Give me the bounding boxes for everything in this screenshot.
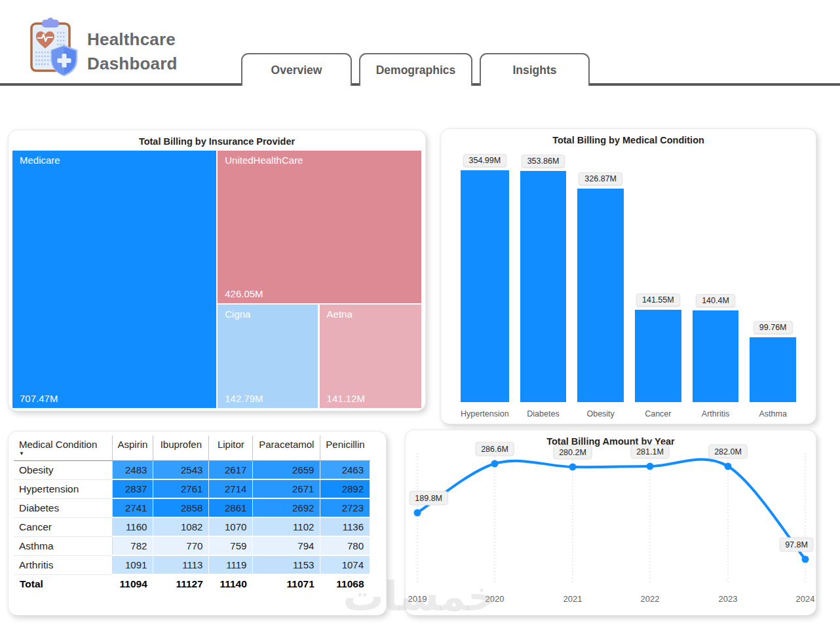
table-cell[interactable]: 2861 — [209, 498, 253, 517]
table-cell[interactable]: 1160 — [112, 517, 153, 536]
table-row: Arthritis10911113111911531074 — [14, 555, 370, 574]
treemap-cell-value: 141.12M — [327, 393, 414, 404]
data-point-marker[interactable] — [414, 510, 421, 517]
data-point-marker[interactable] — [647, 463, 654, 470]
bar-chart-plot: 354.99MHypertension353.86MDiabetes326.87… — [441, 149, 816, 422]
treemap-cell-medicare[interactable]: Medicare 707.47M — [12, 151, 216, 408]
total-cell: 11127 — [153, 574, 209, 593]
table-cell[interactable]: 1153 — [253, 555, 320, 574]
table-row: Asthma782770759794780 — [14, 536, 370, 555]
total-cell: Total — [14, 574, 112, 593]
tab-demographics[interactable]: Demographics — [359, 53, 472, 86]
app-title-line1: Healthcare — [87, 28, 178, 52]
column-header-label: Medical Condition — [19, 439, 107, 450]
data-point-marker[interactable] — [725, 463, 732, 470]
table-cell[interactable]: 2543 — [153, 460, 209, 479]
treemap: Medicare 707.47M UnitedHealthCare 426.05… — [12, 151, 421, 408]
tab-overview[interactable]: Overview — [241, 53, 352, 86]
matrix-table: Medical Condition▼AspirinIbuprofenLipito… — [14, 435, 370, 593]
table-cell[interactable]: 1113 — [153, 555, 209, 574]
data-label: 282.0M — [714, 447, 742, 456]
table-cell[interactable]: 2671 — [253, 479, 320, 498]
data-label: 189.8M — [415, 494, 442, 503]
table-cell[interactable]: 1136 — [320, 517, 370, 536]
data-label: 97.8M — [785, 540, 808, 549]
table-cell[interactable]: Cancer — [14, 517, 112, 536]
table-cell[interactable]: 782 — [112, 536, 153, 555]
tab-demographics-label: Demographics — [376, 64, 456, 77]
tab-bar: Overview Demographics Insights — [241, 53, 590, 86]
column-header[interactable]: Penicillin — [320, 435, 370, 460]
table-cell[interactable]: 2761 — [153, 479, 209, 498]
bar-column: 353.86MDiabetes — [520, 149, 567, 422]
table-cell[interactable]: 2892 — [320, 479, 370, 498]
x-axis-label: 2023 — [719, 594, 738, 604]
table-cell[interactable]: 1074 — [320, 555, 370, 574]
bar[interactable] — [520, 171, 567, 402]
bar-column: 99.76MAsthma — [750, 149, 796, 422]
column-header[interactable]: Medical Condition▼ — [14, 435, 112, 460]
treemap-cell-unitedhealthcare[interactable]: UnitedHealthCare 426.05M — [218, 151, 421, 303]
table-cell[interactable]: Hypertension — [14, 479, 112, 498]
bar[interactable] — [577, 189, 624, 402]
table-cell[interactable]: 2837 — [112, 479, 153, 498]
table-cell[interactable]: 1082 — [153, 517, 209, 536]
data-point-marker[interactable] — [569, 464, 577, 471]
table-row: Cancer11601082107011021136 — [14, 517, 370, 536]
table-cell[interactable]: 2617 — [209, 460, 253, 479]
table-cell[interactable]: 780 — [320, 536, 370, 555]
table-cell[interactable]: Asthma — [14, 536, 112, 555]
tab-insights-label: Insights — [512, 64, 556, 77]
column-header[interactable]: Paracetamol — [253, 435, 320, 460]
line-chart-title: Total Billing Amount by Year — [406, 435, 816, 448]
data-point-marker[interactable] — [491, 460, 499, 468]
x-axis-label: 2020 — [486, 594, 505, 604]
bar-column: 326.87MObesity — [577, 149, 624, 422]
table-cell[interactable]: 2858 — [153, 498, 209, 517]
column-header-label: Ibuprofen — [159, 439, 203, 450]
table-cell[interactable]: Diabetes — [14, 498, 112, 517]
table-cell[interactable]: 1119 — [209, 555, 253, 574]
table-cell[interactable]: 2714 — [209, 479, 253, 498]
data-point-marker[interactable] — [802, 556, 809, 563]
table-cell[interactable]: 1091 — [112, 555, 153, 574]
column-header[interactable]: Lipitor — [209, 435, 253, 460]
column-header[interactable]: Aspirin — [112, 435, 153, 460]
table-cell[interactable]: 759 — [209, 536, 253, 555]
treemap-cell-aetna[interactable]: Aetna 141.12M — [320, 305, 421, 408]
total-cell: 11094 — [112, 574, 153, 593]
table-cell[interactable]: 2659 — [253, 460, 320, 479]
treemap-cell-value: 707.47M — [20, 393, 209, 404]
line-chart-card: Total Billing Amount by Year 189.8M286.6… — [405, 430, 816, 616]
app-title-line2: Dashboard — [87, 52, 178, 76]
table-cell[interactable]: 794 — [253, 536, 320, 555]
healthcare-logo-icon — [24, 14, 83, 80]
table-cell[interactable]: Arthritis — [14, 555, 112, 574]
bar[interactable] — [635, 310, 681, 402]
table-cell[interactable]: 2692 — [253, 498, 320, 517]
treemap-cell-cigna[interactable]: Cigna 142.79M — [218, 305, 318, 408]
table-cell[interactable]: 2483 — [112, 460, 153, 479]
table-cell[interactable]: 1070 — [209, 517, 253, 536]
column-header[interactable]: Ibuprofen — [153, 435, 209, 460]
total-cell: 11140 — [209, 574, 253, 593]
bar[interactable] — [693, 310, 739, 402]
table-cell[interactable]: 2723 — [320, 498, 370, 517]
line-chart-svg: 189.8M286.6M280.2M281.1M282.0M97.8M20192… — [408, 449, 814, 609]
x-axis-label: 2021 — [563, 594, 582, 604]
table-cell[interactable]: Obesity — [14, 460, 112, 479]
bar-column: 140.4MArthritis — [693, 149, 739, 422]
tab-insights[interactable]: Insights — [480, 53, 590, 86]
treemap-cell-name: Medicare — [20, 155, 209, 166]
x-axis-label: 2019 — [408, 594, 427, 604]
bar[interactable] — [750, 337, 796, 402]
table-cell[interactable]: 2741 — [112, 498, 153, 517]
bar[interactable] — [461, 170, 509, 402]
bar-value-label: 140.4M — [696, 294, 735, 307]
bar-category-label: Hypertension — [461, 406, 509, 422]
table-cell[interactable]: 2463 — [320, 460, 370, 479]
table-cell[interactable]: 770 — [153, 536, 209, 555]
table-cell[interactable]: 1102 — [253, 517, 320, 536]
bar-value-label: 354.99M — [463, 154, 507, 167]
matrix-header-row: Medical Condition▼AspirinIbuprofenLipito… — [14, 435, 370, 460]
